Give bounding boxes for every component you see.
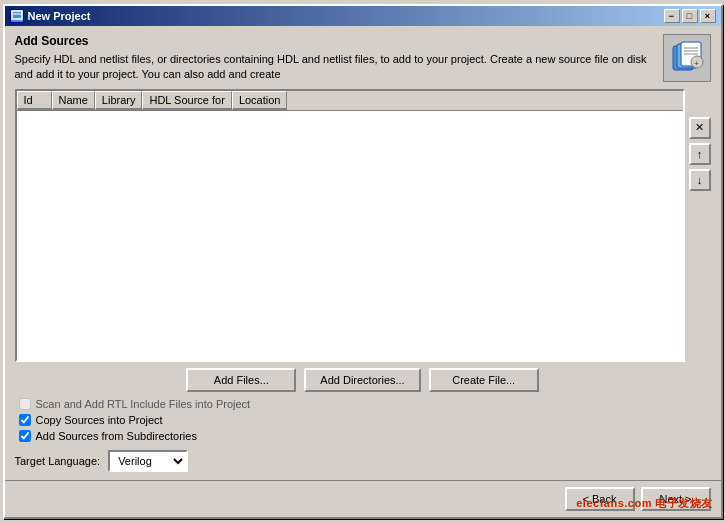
copy-sources-label: Copy Sources into Project [36,414,163,426]
add-subdirectories-checkbox[interactable] [19,430,31,442]
main-window: New Project − □ × Add Sources Specify HD… [3,4,723,519]
checkbox-row-1: Scan and Add RTL Include Files into Proj… [19,398,711,410]
side-buttons: ✕ ↑ ↓ [689,89,711,362]
target-language-select[interactable]: Verilog VHDL [108,450,188,472]
window-title: New Project [28,10,91,22]
section-description: Specify HDL and netlist files, or direct… [15,52,655,83]
minimize-button[interactable]: − [664,9,680,23]
delete-button[interactable]: ✕ [689,117,711,139]
add-directories-button[interactable]: Add Directories... [304,368,420,392]
action-buttons: Add Files... Add Directories... Create F… [15,368,711,392]
maximize-button[interactable]: □ [682,9,698,23]
watermark: elecfans.com 电子发烧友 [576,496,713,511]
table-body [17,111,683,360]
col-id[interactable]: Id [17,91,52,110]
header-icon: + [663,34,711,82]
col-library[interactable]: Library [95,91,143,110]
section-title: Add Sources [15,34,655,48]
close-button[interactable]: × [700,9,716,23]
add-subdirectories-label: Add Sources from Subdirectories [36,430,197,442]
col-hdl-source[interactable]: HDL Source for [142,91,231,110]
title-bar: New Project − □ × [5,6,721,26]
scan-rtl-label: Scan and Add RTL Include Files into Proj… [36,398,251,410]
target-language-label: Target Language: [15,455,101,467]
scan-rtl-checkbox[interactable] [19,398,31,410]
add-files-button[interactable]: Add Files... [186,368,296,392]
window-icon [10,9,24,23]
create-file-button[interactable]: Create File... [429,368,539,392]
header-section: Add Sources Specify HDL and netlist file… [15,34,711,83]
file-table-section: Id Name Library HDL Source for Location … [15,89,711,362]
svg-text:+: + [694,59,699,68]
checkboxes-section: Scan and Add RTL Include Files into Proj… [15,398,711,442]
move-down-button[interactable]: ↓ [689,169,711,191]
table-header: Id Name Library HDL Source for Location [17,91,683,111]
col-name[interactable]: Name [52,91,95,110]
file-table: Id Name Library HDL Source for Location [15,89,685,362]
copy-sources-checkbox[interactable] [19,414,31,426]
col-location[interactable]: Location [232,91,288,110]
checkbox-row-2: Copy Sources into Project [19,414,711,426]
move-up-button[interactable]: ↑ [689,143,711,165]
content-area: Add Sources Specify HDL and netlist file… [5,26,721,480]
svg-rect-0 [12,11,22,19]
checkbox-row-3: Add Sources from Subdirectories [19,430,711,442]
target-language-row: Target Language: Verilog VHDL [15,450,711,472]
